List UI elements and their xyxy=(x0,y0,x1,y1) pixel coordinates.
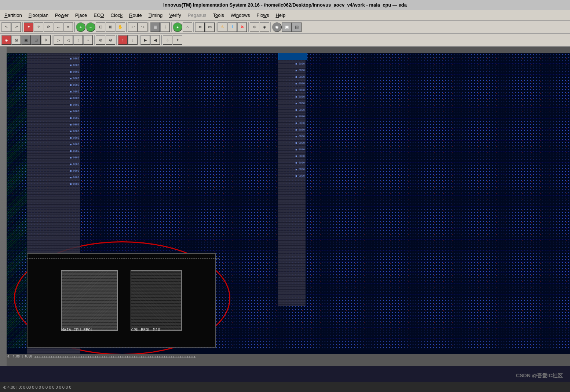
tb2-compress[interactable]: ↓ xyxy=(128,35,138,45)
comp-label-8: ■ 0000 xyxy=(70,103,79,106)
tb-mirror[interactable]: ↔ xyxy=(54,22,63,32)
comp-label-2: ■ 0000 xyxy=(70,64,79,67)
comp-label-15: ■ 0000 xyxy=(70,150,79,153)
comp-label-10: ■ 0000 xyxy=(70,117,79,120)
tb-props[interactable]: ▤ xyxy=(292,22,302,32)
tb2-sep4 xyxy=(139,35,139,45)
mid-comp-label-14: ■ 0000 xyxy=(296,142,305,144)
chip-beol: CPU_BEOL_M10 xyxy=(131,270,182,331)
comp-label-20: ■ 0000 xyxy=(70,183,79,186)
comp-label-18: ■ 0000 xyxy=(70,169,79,172)
tb-sep2 xyxy=(74,22,75,32)
canvas-area[interactable]: ■ 0000 ■ 0000 ■ 0000 ■ 0000 ■ 0000 ■ 000… xyxy=(7,47,570,366)
menu-partition[interactable]: Partition xyxy=(1,12,25,19)
comp-label-13: ■ 0000 xyxy=(70,136,79,139)
tb2-place-tie[interactable]: ◁ xyxy=(63,35,73,45)
tb-settings[interactable]: ▣ xyxy=(282,22,292,32)
tb-redo[interactable]: ↪ xyxy=(138,22,147,32)
tb2-desel[interactable]: ⊠ xyxy=(11,35,21,45)
status-coords: 4: 4.00 | 0: 0.00 0 0 0 0 0 0 0 0 0 0 0 … xyxy=(3,385,71,389)
tb-select-mode[interactable]: ◈ xyxy=(260,22,269,32)
middle-component-strip: ■ 0000 ■ 0000 ■ 0000 ■ 0000 ■ 0000 ■ 000… xyxy=(278,53,306,306)
tb2-edit[interactable]: ◊ xyxy=(41,35,51,45)
tb2-push[interactable]: ▶ xyxy=(140,35,150,45)
tb2-edit2[interactable]: ↔ xyxy=(83,35,93,45)
tb-cursor-mode[interactable]: ⊕ xyxy=(250,22,259,32)
mid-comp-label-11: ■ 0000 xyxy=(296,122,305,125)
mid-comp-label-18: ■ 0000 xyxy=(296,168,305,171)
tb-dehighlight[interactable]: ○ xyxy=(183,22,192,32)
tb2-cursor1[interactable]: ⊹ xyxy=(163,35,172,45)
comp-label-1: ■ 0000 xyxy=(70,57,79,60)
tb2-stretch[interactable]: ↑ xyxy=(118,35,128,45)
tb-grid[interactable]: ▦ xyxy=(150,22,160,32)
menu-floorplan[interactable]: Floorplan xyxy=(26,12,51,19)
mid-comp-label-8: ■ 0000 xyxy=(296,102,305,105)
tb-highlight[interactable]: ● xyxy=(173,22,182,32)
tb2-del-pin[interactable]: ⊗ xyxy=(106,35,115,45)
tb-refresh[interactable]: ◉ xyxy=(272,22,282,32)
mid-comp-label-13: ■ 0000 xyxy=(296,135,305,138)
tb-select[interactable]: ↗ xyxy=(11,22,21,32)
menu-windows[interactable]: Windows xyxy=(228,12,253,19)
menu-pegasus: Pegasus xyxy=(185,12,209,19)
tb2-route-special[interactable]: ↕ xyxy=(73,35,83,45)
tb2-select[interactable]: ◈ xyxy=(1,35,11,45)
top-ruler xyxy=(7,47,570,53)
tb-align[interactable]: ≡ xyxy=(63,22,73,32)
tb2-add-pin[interactable]: ⊕ xyxy=(96,35,105,45)
tb-zoom-in[interactable]: + xyxy=(76,22,85,32)
comp-label-17: ■ 0000 xyxy=(70,163,79,166)
comp-label-4: ■ 0000 xyxy=(70,77,79,80)
menu-power[interactable]: Power xyxy=(52,12,72,19)
mid-comp-label-2: ■ 0000 xyxy=(296,62,305,65)
tb-error[interactable]: ✖ xyxy=(237,22,247,32)
tb2-pop[interactable]: ◀ xyxy=(150,35,160,45)
comp-label-5: ■ 0000 xyxy=(70,84,79,87)
subchip-box: MAIA_CPU_FEOL CPU_BEOL_M10 xyxy=(27,253,216,348)
left-edge-strip xyxy=(7,53,27,348)
tb-move[interactable]: ✦ xyxy=(24,22,33,32)
tb-info[interactable]: ℹ xyxy=(227,22,237,32)
chip-feol-label: MAIA_CPU_FEOL xyxy=(62,327,93,332)
mid-comp-label-16: ■ 0000 xyxy=(296,155,305,158)
tb-snap[interactable]: ⊹ xyxy=(160,22,170,32)
menu-verify[interactable]: Verify xyxy=(166,12,184,19)
watermark-text: CSDN @吾爱IC社区 xyxy=(516,373,563,378)
menu-timing[interactable]: Timing xyxy=(146,12,166,19)
tb2-place-filler[interactable]: ▷ xyxy=(54,35,63,45)
mid-comp-label-7: ■ 0000 xyxy=(296,95,305,98)
menu-clock[interactable]: Clock xyxy=(108,12,126,19)
menu-place[interactable]: Place xyxy=(72,12,90,19)
mid-comp-label-6: ■ 0000 xyxy=(296,89,305,92)
menu-eco[interactable]: ECO xyxy=(91,12,107,19)
tb2-addvia[interactable]: ⊞ xyxy=(31,35,41,45)
watermark: CSDN @吾爱IC社区 xyxy=(516,373,563,379)
title-text: Innovus(TM) Implementation System 20.16 … xyxy=(163,2,407,8)
tb2-cursor2[interactable]: ✦ xyxy=(173,35,182,45)
tb-zoom-fit[interactable]: ⊡ xyxy=(96,22,105,32)
chip-feol-rect xyxy=(61,270,118,331)
tb-arrow[interactable]: ↖ xyxy=(1,22,11,32)
tb-zoom-out[interactable]: − xyxy=(86,22,95,32)
tb-sep3 xyxy=(126,22,127,32)
comp-label-9: ■ 0000 xyxy=(70,110,79,113)
menu-route[interactable]: Route xyxy=(126,12,145,19)
menu-help[interactable]: Help xyxy=(273,12,288,19)
tb-measure[interactable]: ⇔ xyxy=(195,22,205,32)
mid-comp-label-12: ■ 0000 xyxy=(296,128,305,131)
tb-undo[interactable]: ↩ xyxy=(128,22,138,32)
tb-resize[interactable]: ✧ xyxy=(34,22,43,32)
tb-zoom-box[interactable]: ⊞ xyxy=(106,22,115,32)
tb-pan[interactable]: ✋ xyxy=(116,22,125,32)
chip-beol-rect xyxy=(131,270,182,331)
tb2-addwire[interactable]: ▣ xyxy=(21,35,31,45)
menu-tools[interactable]: Tools xyxy=(210,12,227,19)
comp-label-16: ■ 0000 xyxy=(70,156,79,159)
tb-rotate[interactable]: ⟳ xyxy=(44,22,53,32)
menu-flows[interactable]: Flows xyxy=(254,12,272,19)
tb-ruler[interactable]: ▭ xyxy=(205,22,215,32)
top-blue-bar xyxy=(278,53,307,60)
comp-label-11: ■ 0000 xyxy=(70,123,79,126)
tb-warning[interactable]: ⚠ xyxy=(218,22,227,32)
